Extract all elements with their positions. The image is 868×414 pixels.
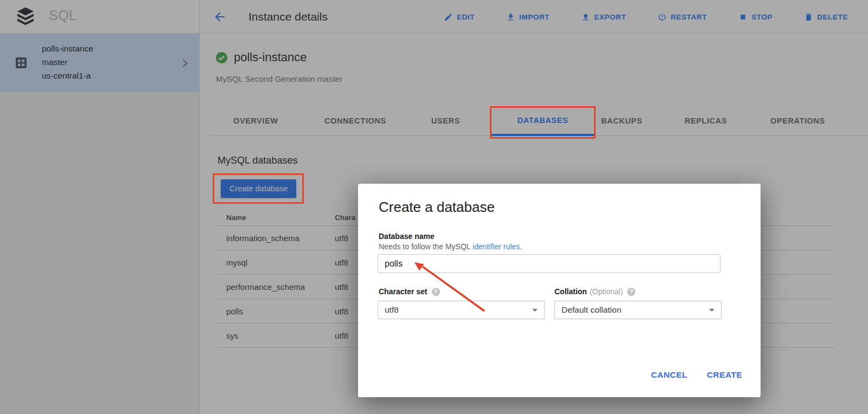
help-icon[interactable]: ? <box>627 288 635 296</box>
cancel-button[interactable]: CANCEL <box>651 370 687 380</box>
character-set-label-row: Character set ? <box>379 287 440 296</box>
help-icon[interactable]: ? <box>432 288 440 296</box>
cloud-sql-console: SQL Instance details EDIT IMPORT EXPORT <box>0 0 868 414</box>
character-set-label: Character set <box>379 287 427 296</box>
collation-label: Collation <box>554 287 587 296</box>
helper-text-suffix: . <box>520 242 522 251</box>
dialog-create-button[interactable]: CREATE <box>707 370 742 380</box>
database-name-label: Database name <box>379 232 435 241</box>
character-set-select[interactable]: utf8 <box>378 301 545 319</box>
helper-text-prefix: Needs to follow the MySQL <box>379 242 473 251</box>
collation-select[interactable]: Default collation <box>554 301 722 319</box>
collation-optional-hint: (Optional) <box>590 287 623 296</box>
dialog-actions: CANCEL CREATE <box>651 370 742 380</box>
collation-value: Default collation <box>561 301 621 319</box>
collation-label-row: Collation (Optional) ? <box>554 287 635 296</box>
database-name-input[interactable] <box>378 254 720 273</box>
chevron-down-icon <box>709 309 714 312</box>
database-name-helper: Needs to follow the MySQL identifier rul… <box>379 242 522 251</box>
create-database-dialog: Create a database Database name Needs to… <box>358 184 761 397</box>
dialog-title: Create a database <box>379 199 495 216</box>
character-set-value: utf8 <box>385 301 399 319</box>
identifier-rules-link[interactable]: identifier rules <box>473 242 520 251</box>
chevron-down-icon <box>532 309 538 312</box>
